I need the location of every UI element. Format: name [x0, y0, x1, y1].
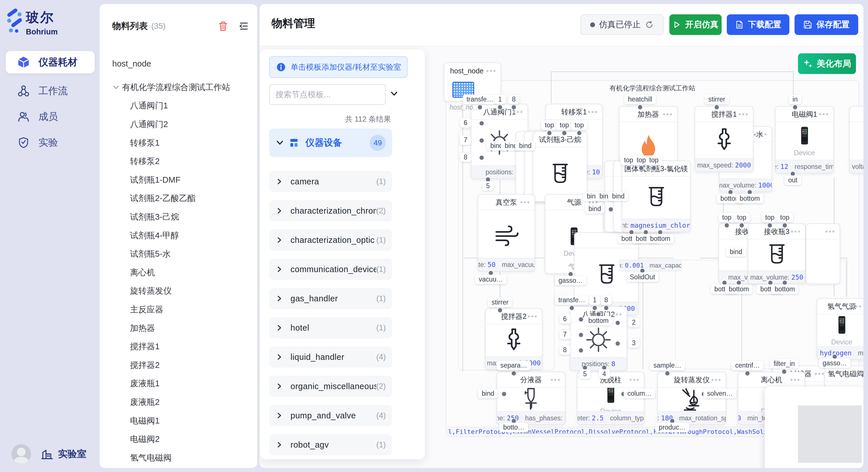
tree-item[interactable]: 电磁阀2	[112, 430, 253, 449]
node-电磁阀2[interactable]: 电磁阀2•••voltage: 12	[849, 106, 863, 173]
category-group-instruments[interactable]: 仪器设备 49	[269, 129, 392, 157]
tree-item[interactable]: 转移泵2	[112, 152, 253, 171]
node-洗脱柱[interactable]: 洗脱柱••• Devicediameter: 2.5column_type: s…	[577, 372, 644, 425]
sidebar-item-experiments[interactable]: 实验	[6, 131, 95, 154]
sidebar-item-members[interactable]: 成员	[6, 105, 95, 128]
tree-item[interactable]: 试剂瓶3-己烷	[112, 208, 253, 227]
tree-item[interactable]: 转移泵1	[112, 134, 253, 152]
port-handle[interactable]	[497, 105, 503, 110]
port-handle[interactable]	[651, 165, 657, 171]
trash-icon[interactable]	[218, 21, 228, 32]
tree-item[interactable]: 搅拌器1	[112, 338, 253, 356]
node-搅拌器1[interactable]: 搅拌器1••• max_speed: 2000	[694, 106, 753, 172]
port-handle[interactable]	[782, 223, 787, 228]
tree-item[interactable]: 八通阀门1	[112, 97, 253, 115]
node-旋转蒸发仪[interactable]: 旋转蒸发仪••• temp: 180max_rotation_speed:	[657, 372, 726, 425]
node-电磁阀1[interactable]: 电磁阀1••• Devicevoltage: 12response_time: …	[775, 106, 834, 173]
chevron-down-icon[interactable]	[390, 90, 398, 98]
save-config-button[interactable]: 保存配置	[795, 14, 858, 35]
tree-item[interactable]: 搅拌器2	[112, 356, 253, 375]
minimap-viewport[interactable]	[798, 405, 862, 463]
node-接收瓶3[interactable]: 接收瓶3••• max_volume: 250	[748, 224, 806, 284]
port-handle[interactable]	[724, 223, 730, 228]
port-handle[interactable]	[511, 371, 517, 376]
start-simulation-button[interactable]: 开启仿真	[670, 14, 722, 35]
tree-item[interactable]: 氢气电磁阀	[112, 448, 253, 467]
category-row-pump_and_valve[interactable]: pump_and_valve(4)	[269, 405, 392, 426]
sidebar-item-laboratory[interactable]: 实验室	[41, 448, 86, 461]
port-handle[interactable]	[782, 369, 787, 374]
tree-item[interactable]: 八通阀门2	[112, 115, 253, 134]
port-handle[interactable]	[603, 305, 609, 311]
port-handle[interactable]	[578, 317, 584, 322]
port-handle[interactable]	[665, 371, 670, 376]
download-config-button[interactable]: 下载配置	[727, 14, 789, 35]
tree-item[interactable]: 试剂瓶1-DMF	[112, 171, 253, 190]
category-row-liquid_handler[interactable]: liquid_handler(4)	[269, 346, 392, 368]
tree-item-root[interactable]: host_node	[112, 55, 253, 73]
tree-item[interactable]: 旋转蒸发仪	[112, 282, 253, 301]
port-handle[interactable]	[615, 341, 621, 346]
port-handle[interactable]	[511, 105, 517, 110]
port-handle[interactable]	[608, 207, 614, 212]
category-row-camera[interactable]: camera(1)	[269, 171, 392, 192]
node-menu-icon[interactable]: •••	[819, 110, 829, 119]
category-row-characterization_chromatic[interactable]: characterization_chromatic(2)	[269, 200, 392, 222]
category-row-hotel[interactable]: hotel(1)	[269, 317, 392, 338]
node-menu-icon[interactable]: •••	[825, 227, 836, 236]
tree-item[interactable]: 电磁阀1	[112, 411, 253, 430]
collapse-panel-icon[interactable]	[238, 21, 249, 31]
node-试剂瓶3-己烷[interactable]: 试剂瓶3-己烷•••	[533, 131, 587, 202]
tree-item[interactable]: 主反应器	[112, 301, 253, 319]
node-menu-icon[interactable]: •••	[815, 369, 825, 378]
node-menu-icon[interactable]: •••	[852, 302, 862, 311]
port-handle[interactable]	[592, 305, 598, 311]
node-menu-icon[interactable]: •••	[528, 312, 538, 321]
port-handle[interactable]	[793, 105, 798, 110]
node-真空泵[interactable]: 真空泵••• ump_rate: 50max_vacuum: 0.1	[477, 194, 535, 272]
node-menu-icon[interactable]: •••	[572, 135, 583, 144]
chevron-down-icon[interactable]	[112, 84, 122, 91]
port-handle[interactable]	[615, 320, 621, 326]
tree-item[interactable]: 离心机	[112, 264, 253, 282]
port-handle[interactable]	[479, 138, 485, 143]
node-menu-icon[interactable]: •••	[676, 164, 686, 173]
port-handle[interactable]	[739, 223, 745, 228]
port-handle[interactable]	[479, 155, 485, 161]
node-menu-icon[interactable]: •••	[791, 227, 801, 236]
category-row-communication_devices[interactable]: communication_devices(1)	[269, 259, 392, 280]
refresh-icon[interactable]	[645, 20, 654, 29]
avatar[interactable]	[11, 444, 31, 464]
port-handle[interactable]	[578, 332, 584, 338]
node-固体试剂瓶3-氯化镁[interactable]: 固体试剂瓶3-氯化镁••• agent: magnesium_chloride	[622, 161, 691, 232]
node-menu-icon[interactable]: •••	[663, 110, 673, 119]
node-menu-icon[interactable]: •••	[629, 375, 640, 384]
node-menu-icon[interactable]: •••	[612, 310, 623, 319]
node-分液器[interactable]: 分液器••• volume: 250has_phases: true	[497, 372, 565, 425]
sidebar-item-workflow[interactable]: 工作流	[6, 80, 95, 102]
node-menu-icon[interactable]: •••	[711, 375, 722, 384]
port-handle[interactable]	[577, 131, 582, 136]
port-handle[interactable]	[714, 105, 720, 110]
node-menu-icon[interactable]: •••	[790, 375, 801, 384]
port-handle[interactable]	[767, 223, 773, 228]
port-handle[interactable]	[638, 105, 643, 110]
category-row-gas_handler[interactable]: gas_handler(1)	[269, 288, 392, 309]
tree-item[interactable]: 试剂瓶2-乙酸乙酯	[112, 189, 253, 208]
tree-item[interactable]: 废液瓶1	[112, 374, 253, 393]
sidebar-item-instruments[interactable]: 仪器耗材	[6, 51, 95, 73]
port-handle[interactable]	[477, 105, 483, 110]
tree-item[interactable]: 真空泵	[112, 467, 253, 468]
beautify-layout-button[interactable]: 美化布局	[798, 53, 856, 74]
node-menu-icon[interactable]: •••	[588, 107, 598, 116]
tree-item[interactable]: 废液瓶2	[112, 393, 253, 412]
tree-item[interactable]: 试剂瓶5-水	[112, 245, 253, 264]
tree-item[interactable]: 加热器	[112, 319, 253, 338]
port-handle[interactable]	[501, 392, 507, 397]
category-row-robot_agv[interactable]: robot_agv(1)	[269, 434, 392, 456]
port-handle[interactable]	[562, 131, 567, 136]
port-handle[interactable]	[479, 121, 485, 126]
node-menu-icon[interactable]: •••	[520, 198, 530, 207]
category-row-organic_miscellaneous[interactable]: organic_miscellaneous(2)	[269, 376, 392, 397]
search-template-input[interactable]	[269, 84, 386, 105]
